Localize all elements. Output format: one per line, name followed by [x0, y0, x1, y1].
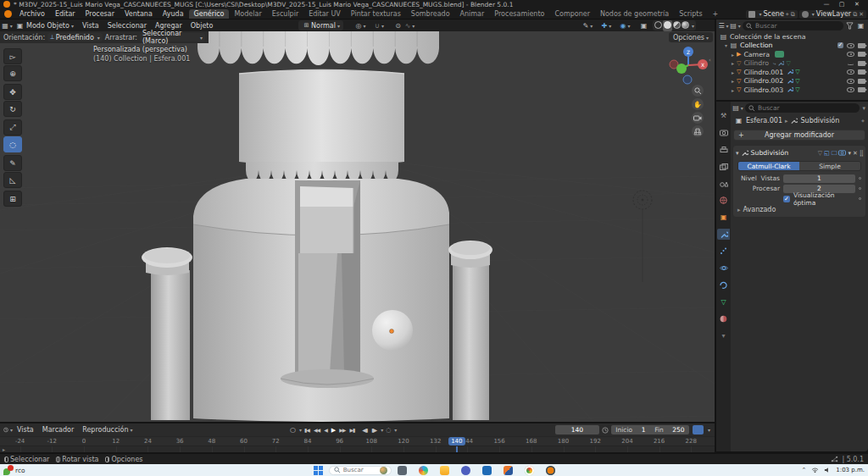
blender-menu-icon[interactable] — [4, 10, 12, 18]
channel-expand-arrow[interactable]: ▸ — [3, 446, 5, 452]
hidden-eye-icon[interactable] — [847, 61, 854, 65]
modifier-name[interactable]: Subdivisión — [751, 149, 816, 157]
tab-material-icon[interactable] — [717, 313, 730, 324]
shading-wireframe-button[interactable] — [654, 21, 662, 30]
hide-eye-icon[interactable] — [847, 69, 854, 75]
tab-tool-icon[interactable]: ⚒ — [717, 110, 730, 121]
workspace-tab-modelar[interactable]: Modelar — [229, 9, 266, 19]
optimal-display-checkbox[interactable]: ✓ — [783, 196, 790, 202]
edit-mode-toggle-icon[interactable]: ▽ — [818, 150, 822, 157]
keying-set-button[interactable] — [693, 425, 704, 434]
taskbar-app-outlook-icon[interactable] — [482, 466, 492, 475]
tool-move[interactable]: ✥ — [3, 84, 22, 100]
copy-viewlayer-icon[interactable]: ⧉ — [853, 11, 857, 18]
shading-rendered-button[interactable] — [682, 21, 689, 30]
render-toggle-icon[interactable] — [838, 150, 846, 156]
properties-editor-icon[interactable]: ▤▾ — [733, 104, 743, 113]
workspace-tab-esculpir[interactable]: Esculpir — [267, 9, 304, 19]
menu-objeto[interactable]: Objeto — [186, 22, 218, 30]
realtime-toggle-icon[interactable]: ◱ — [824, 150, 830, 157]
step-back-button[interactable]: ◀▮ — [360, 426, 369, 434]
workspace-tab-scripts[interactable]: Scripts — [674, 9, 707, 19]
workspace-tab-pintar-texturas[interactable]: Pintar texturas — [346, 9, 406, 19]
weather-widget[interactable]: rco — [3, 466, 25, 475]
step-forward-button[interactable]: ▮▶ — [370, 426, 378, 434]
tray-chevron-icon[interactable]: ⌃ — [801, 467, 806, 473]
outliner-collection-icon[interactable]: ▤▾ — [731, 22, 740, 30]
timeline-menu-marcador[interactable]: Marcador — [38, 426, 78, 434]
breadcrumb-modifier[interactable]: Subdivisión — [800, 117, 839, 125]
menu-seleccionar[interactable]: Seleccionar — [103, 22, 151, 30]
play-reverse-button[interactable]: ◀ — [322, 426, 329, 434]
playhead-line[interactable] — [456, 446, 458, 452]
outliner-display-mode-icon[interactable]: ☰▾ — [719, 22, 728, 30]
workspace-tab-generico[interactable]: Genérico — [189, 9, 230, 19]
workspace-tab-componer[interactable]: Componer — [549, 9, 595, 19]
tab-constraints-icon[interactable] — [717, 280, 730, 291]
falloff-icon[interactable]: ∿▾ — [405, 21, 415, 30]
pin-icon[interactable]: ⌖ — [786, 11, 789, 18]
filter-funnel-icon[interactable] — [846, 22, 854, 30]
collection-checkbox[interactable]: ✓ — [837, 42, 843, 48]
tool-add-cube[interactable]: ⊞ — [3, 191, 22, 207]
render-camera-icon[interactable] — [858, 52, 865, 57]
windows-start-button[interactable] — [314, 466, 323, 475]
frame-range-field[interactable]: Inicio 1 Fin 250 — [611, 425, 689, 434]
timeline-editor-icon[interactable]: ▾ — [3, 426, 13, 434]
pivot-point-icon[interactable]: ◎▾ — [356, 21, 365, 30]
tool-scale[interactable]: ⤢ — [3, 119, 22, 136]
3d-scene-canvas[interactable] — [0, 19, 715, 422]
tab-output-icon[interactable] — [717, 144, 730, 155]
collapse-chevron-icon[interactable]: ▾ — [736, 150, 739, 157]
taskbar-app-office-icon[interactable] — [504, 466, 513, 475]
shading-material-button[interactable] — [673, 21, 681, 30]
maximize-button[interactable]: ▢ — [834, 1, 849, 8]
remove-modifier-icon[interactable]: ✕ — [853, 150, 858, 157]
perspective-toggle-button[interactable] — [692, 125, 704, 137]
tab-object-icon[interactable]: ▣ — [717, 212, 730, 223]
properties-search-input[interactable] — [758, 104, 817, 112]
navigation-gizmo[interactable]: Z X — [666, 42, 714, 89]
menu-editar[interactable]: Editar — [50, 10, 81, 18]
outliner-search[interactable] — [743, 21, 843, 30]
menu-ventana[interactable]: Ventana — [120, 10, 158, 18]
playhead-badge[interactable]: 140 — [448, 437, 465, 446]
options-dropdown[interactable]: Opciones▾ — [669, 32, 713, 42]
show-overlays-icon[interactable]: ◉▾ — [620, 21, 630, 30]
search-highlight-avatar[interactable] — [380, 467, 387, 474]
tool-measure[interactable]: ◺ — [3, 172, 22, 188]
viewport-display-toggle-icon[interactable]: 🖵 — [832, 150, 837, 157]
previous-keyframe-button[interactable]: ◀◀ — [312, 426, 321, 434]
outliner-row-cilindro[interactable]: ▸ ▽ Cilindro ⤷ ▽ — [716, 59, 868, 69]
gizmo-navigate-icon[interactable]: ✚▾ — [602, 21, 611, 30]
new-collection-icon[interactable]: ▣ — [856, 22, 865, 30]
tab-world-icon[interactable] — [717, 195, 730, 206]
tab-object-data-icon[interactable]: ▽ — [717, 296, 730, 307]
catmull-clark-tab[interactable]: Catmull-Clark — [738, 162, 799, 170]
outliner-row-cilindro-001[interactable]: ▸ ▽ Cilindro.001 ▽ — [716, 68, 868, 77]
close-button[interactable]: ✕ — [849, 1, 865, 8]
tool-transform[interactable]: ◌ — [3, 136, 22, 152]
auto-keying-icon[interactable]: ◌ — [384, 426, 392, 434]
workspace-tab-procesamiento[interactable]: Procesamiento — [489, 9, 549, 19]
play-button[interactable]: ▶ — [330, 426, 337, 434]
hide-eye-icon[interactable] — [847, 43, 854, 48]
proportional-edit-icon[interactable]: ⊙ — [393, 21, 403, 30]
jump-to-start-button[interactable]: ▮◀ — [303, 426, 311, 434]
taskbar-search[interactable] — [329, 466, 392, 475]
taskbar-app-edge-icon[interactable] — [419, 466, 428, 475]
taskbar-search-input[interactable] — [343, 467, 377, 473]
animate-dot[interactable] — [859, 187, 861, 190]
workspace-tab-animar[interactable]: Animar — [455, 9, 490, 19]
wifi-icon[interactable] — [811, 467, 819, 473]
tab-particles-icon[interactable] — [717, 246, 730, 257]
render-camera-icon[interactable] — [858, 79, 865, 84]
xray-toggle-icon[interactable]: ▣ — [639, 21, 648, 30]
menu-procesar[interactable]: Procesar — [81, 10, 120, 18]
more-tabs-chevron-icon[interactable]: ▾ — [717, 330, 730, 341]
speaker-icon[interactable] — [824, 467, 831, 473]
tab-modifiers-icon[interactable] — [717, 229, 730, 240]
outliner-row-collection[interactable]: ▾ ▤ Collection ✓ — [716, 42, 868, 51]
menu-archivo[interactable]: Archivo — [14, 10, 50, 18]
clock-time[interactable]: 1:03 p.m. — [836, 467, 865, 473]
